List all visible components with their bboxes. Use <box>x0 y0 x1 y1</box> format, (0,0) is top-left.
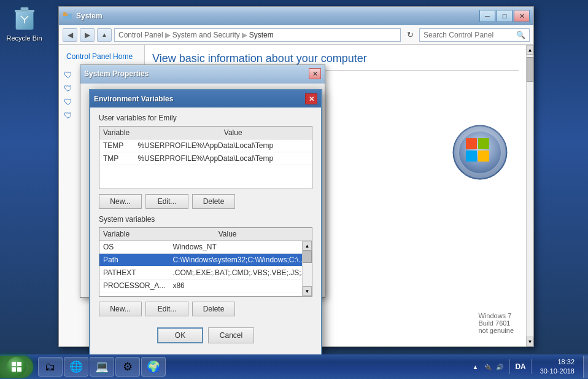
user-var-col-variable: Variable <box>99 127 220 139</box>
taskbar: 🗂 🌐 💻 ⚙ 🌍 ▲ 🔌 🔊 DA 18:32 30-10-2018 <box>0 354 588 379</box>
up-button[interactable]: ▲ <box>97 28 112 42</box>
user-vars-edit-button[interactable]: Edit... <box>145 194 188 209</box>
system-var-col-scroll <box>302 228 312 241</box>
explorer-window-title: System <box>76 12 479 20</box>
sys-props-close-button[interactable]: ✕ <box>309 68 321 79</box>
recycle-bin-label: Recycle Bin <box>1 34 47 42</box>
environment-variables-dialog: Environment Variables ✕ User variables f… <box>89 89 322 356</box>
system-var-row-os[interactable]: OS Windows_NT <box>99 241 302 254</box>
svg-rect-12 <box>478 150 489 162</box>
ok-button[interactable]: OK <box>157 327 203 343</box>
sysvar-scroll-down[interactable]: ▼ <box>303 286 312 296</box>
taskbar-explorer-icon: 🗂 <box>45 361 56 373</box>
tray-icons: 🔌 🔊 <box>483 362 505 372</box>
address-systemsecurity[interactable]: System and Security <box>172 31 240 39</box>
shield-icon-2: 🛡 <box>64 84 72 93</box>
system-var-processor-name: PROCESSOR_A... <box>99 279 169 292</box>
system-tray: ▲ 🔌 🔊 DA 18:32 30-10-2018 <box>467 358 583 377</box>
scroll-up-button[interactable]: ▲ <box>527 45 533 55</box>
forward-button[interactable]: ▶ <box>80 28 95 42</box>
system-vars-scrollable[interactable]: OS Windows_NT Path C:\Windows\system32;C… <box>99 241 302 296</box>
taskbar-system-icon: ⚙ <box>123 360 133 373</box>
system-var-row-path[interactable]: Path C:\Windows\system32;C:\Windows;C:\.… <box>99 254 302 267</box>
system-var-processor-value: x86 <box>169 279 302 292</box>
tray-language[interactable]: DA <box>515 362 525 371</box>
user-var-temp-value: %USERPROFILE%\AppData\Local\Temp <box>134 139 312 152</box>
system-vars-new-button[interactable]: New... <box>99 302 142 316</box>
svg-rect-16 <box>17 367 21 372</box>
system-var-row-pathext[interactable]: PATHEXT .COM;.EXE;.BAT;.CMD;.VBS;.VBE;.J… <box>99 267 302 279</box>
explorer-addressbar: ◀ ▶ ▲ Control Panel ▶ System and Securit… <box>59 25 533 45</box>
user-vars-table: Variable Value <box>99 127 312 139</box>
search-input[interactable] <box>424 31 516 39</box>
user-var-row-temp[interactable]: TEMP %USERPROFILE%\AppData\Local\Temp <box>99 139 312 152</box>
system-var-row-processor[interactable]: PROCESSOR_A... x86 <box>99 279 302 292</box>
env-vars-titlebar: Environment Variables ✕ <box>90 90 321 107</box>
explorer-window-controls: ─ □ ✕ <box>479 10 530 22</box>
user-vars-data-table: TEMP %USERPROFILE%\AppData\Local\Temp TM… <box>99 139 312 165</box>
taskbar-item-explorer[interactable]: 🗂 <box>38 357 63 377</box>
address-field[interactable]: Control Panel ▶ System and Security ▶ Sy… <box>114 28 401 42</box>
explorer-titlebar: System ─ □ ✕ <box>59 7 533 25</box>
system-vars-edit-button[interactable]: Edit... <box>145 302 188 316</box>
user-var-tmp-name: TMP <box>99 152 134 165</box>
show-desktop-button[interactable] <box>583 356 588 378</box>
svg-rect-6 <box>63 12 66 14</box>
sys-props-titlebar: System Properties ✕ <box>80 65 325 82</box>
user-vars-new-button[interactable]: New... <box>99 194 142 209</box>
recycle-bin-image <box>10 2 39 32</box>
explorer-minimize-button[interactable]: ─ <box>479 10 495 22</box>
tray-separator-2 <box>531 359 532 374</box>
svg-rect-15 <box>12 367 16 372</box>
search-icon: 🔍 <box>516 31 525 39</box>
system-vars-table-container: Variable Value OS Windows_NT <box>99 227 312 297</box>
system-vars-delete-button[interactable]: Delete <box>192 302 235 316</box>
sysvar-scroll-thumb[interactable] <box>303 251 312 263</box>
svg-rect-14 <box>17 362 21 366</box>
system-vars-scrollbar[interactable]: ▲ ▼ <box>302 241 312 296</box>
taskbar-item-network[interactable]: 🌍 <box>141 357 166 377</box>
user-vars-table-container: Variable Value TEMP %USERPROFILE%\AppDat… <box>99 126 312 189</box>
taskbar-item-ie[interactable]: 🌐 <box>64 357 88 377</box>
explorer-close-button[interactable]: ✕ <box>514 10 530 22</box>
tray-network-icon[interactable]: 🔌 <box>483 362 493 372</box>
recycle-bin-icon[interactable]: Recycle Bin <box>1 2 47 42</box>
env-vars-close-button[interactable]: ✕ <box>305 93 317 104</box>
user-var-row-tmp[interactable]: TMP %USERPROFILE%\AppData\Local\Temp <box>99 152 312 165</box>
system-var-col-value: Value <box>215 228 302 241</box>
scroll-thumb[interactable] <box>527 57 533 82</box>
user-vars-scrollable[interactable]: TEMP %USERPROFILE%\AppData\Local\Temp TM… <box>99 139 312 189</box>
system-var-col-variable: Variable <box>99 228 215 241</box>
back-button[interactable]: ◀ <box>63 28 77 42</box>
address-controlpanel[interactable]: Control Panel <box>118 31 163 39</box>
tray-volume-icon[interactable]: 🔊 <box>495 362 505 372</box>
tray-separator <box>509 359 510 374</box>
system-vars-buttons: New... Edit... Delete <box>99 302 312 316</box>
system-var-path-name: Path <box>99 254 169 267</box>
address-system[interactable]: System <box>249 31 274 39</box>
svg-rect-10 <box>478 138 489 149</box>
scroll-down-button[interactable]: ▼ <box>527 337 533 346</box>
taskbar-items: 🗂 🌐 💻 ⚙ 🌍 <box>36 357 467 377</box>
shield-icon-4: 🛡 <box>64 111 72 120</box>
explorer-maximize-button[interactable]: □ <box>497 10 513 22</box>
taskbar-network-icon: 🌍 <box>147 360 160 373</box>
clock-time: 18:32 <box>540 358 574 367</box>
desktop: Recycle Bin System ─ □ ✕ ◀ ▶ ▲ <box>0 0 588 354</box>
search-box: 🔍 <box>419 28 530 42</box>
sidebar-controlpanel-home[interactable]: Control Panel Home <box>59 50 144 63</box>
user-vars-buttons: New... Edit... Delete <box>99 194 312 209</box>
user-vars-delete-button[interactable]: Delete <box>192 194 235 209</box>
env-vars-content: User variables for Emily Variable Value <box>90 107 321 354</box>
taskbar-item-computer[interactable]: 💻 <box>90 357 114 377</box>
refresh-button[interactable]: ↻ <box>403 28 417 42</box>
system-var-pathext-name: PATHEXT <box>99 267 169 279</box>
system-clock[interactable]: 18:32 30-10-2018 <box>536 358 578 377</box>
sysvar-scroll-up[interactable]: ▲ <box>303 241 312 251</box>
start-button[interactable] <box>0 356 33 378</box>
cancel-button[interactable]: Cancel <box>208 327 254 343</box>
taskbar-item-system[interactable]: ⚙ <box>115 357 140 377</box>
svg-rect-11 <box>466 150 477 162</box>
tray-expand-button[interactable]: ▲ <box>472 358 481 375</box>
main-scrollbar[interactable]: ▲ ▼ <box>526 45 533 346</box>
